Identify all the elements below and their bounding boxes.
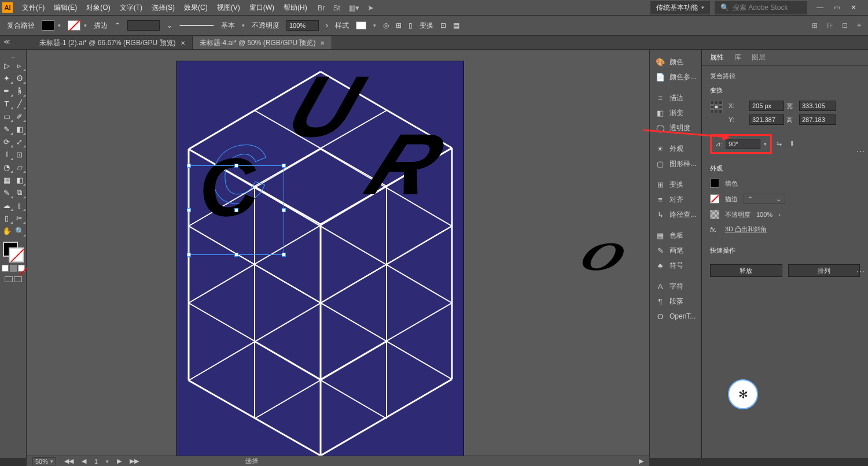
tab-properties[interactable]: 属性 [710, 53, 724, 62]
mesh-tool[interactable]: ▦ [1, 173, 13, 186]
panel-字符[interactable]: A字符 [650, 279, 701, 294]
graph-tool[interactable]: ⫿ [13, 199, 26, 212]
canvas[interactable]: U R C C O [27, 50, 649, 458]
eraser-tool[interactable]: ◧ [13, 123, 26, 135]
stroke-weight-dd[interactable]: ⌃⌄ [744, 194, 785, 204]
rotation-input[interactable] [726, 139, 760, 149]
panel-图形样...[interactable]: ▢图形样... [650, 156, 701, 171]
panel-符号[interactable]: ♣符号 [650, 258, 701, 273]
lasso-tool[interactable]: ʘ [13, 72, 26, 84]
x-input[interactable] [749, 101, 784, 111]
rotate-tool[interactable]: ⟳ [1, 135, 13, 148]
wand-tool[interactable]: ✦ [1, 72, 13, 84]
recolor-icon[interactable]: ◎ [383, 21, 389, 29]
zoom-tool[interactable]: 🔍 [13, 224, 26, 237]
doc-grip-icon[interactable]: ≪ [3, 38, 10, 46]
zoom-level[interactable]: 50%▾ [32, 457, 56, 465]
workspace-switcher[interactable]: 传统基本功能▾ [650, 1, 710, 14]
color-mode-toggles[interactable] [2, 265, 25, 272]
reference-point[interactable] [710, 101, 723, 113]
flip-v-icon[interactable]: ⥮ [789, 140, 797, 148]
selection-tool[interactable]: ▷ [1, 59, 13, 72]
fx-value[interactable]: 3D 凸出和斜角 [725, 225, 767, 234]
search-input[interactable]: 🔍搜索 Adobe Stock [715, 1, 807, 14]
more-options-icon[interactable]: ⋯ [856, 267, 865, 276]
shapebuilder-tool[interactable]: ◔ [1, 161, 13, 173]
menu-edit[interactable]: 编辑(E) [49, 0, 82, 15]
shaper-tool[interactable]: ✎ [1, 123, 13, 135]
arrange-button[interactable]: 排列 [788, 264, 860, 277]
tab-libraries[interactable]: 库 [734, 53, 741, 62]
opacity-input[interactable] [286, 20, 319, 31]
curvature-tool[interactable]: Ⳃ [13, 84, 26, 97]
fill-stroke-swatches[interactable] [3, 242, 24, 262]
toolbox-grip-icon[interactable]: ·· [11, 53, 15, 59]
stock-icon[interactable]: St [333, 3, 340, 12]
fill-swatch[interactable] [42, 20, 54, 31]
tab-layers[interactable]: 图层 [752, 53, 766, 62]
stroke-swatch[interactable] [68, 20, 80, 31]
isolate-icon[interactable]: ⊡ [440, 21, 446, 29]
panel-透明度[interactable]: ◯透明度 [650, 120, 701, 135]
panel-色板[interactable]: ▦色板 [650, 228, 701, 243]
menu-view[interactable]: 视图(V) [212, 0, 245, 15]
stroke-weight-input[interactable] [127, 20, 160, 31]
w-input[interactable] [799, 101, 836, 111]
pref-icon[interactable]: ⊡ [842, 21, 848, 29]
artboard-number[interactable]: 1 [94, 458, 98, 465]
pen-tool[interactable]: ✒ [1, 84, 13, 97]
artboard-nav-last[interactable]: ▶▶ [130, 457, 139, 465]
more-options-icon[interactable]: ⋯ [856, 147, 865, 156]
blend-tool[interactable]: ⧉ [13, 186, 26, 199]
panel-颜色参...[interactable]: 📄颜色参... [650, 69, 701, 84]
direct-select-tool[interactable]: ▹ [13, 59, 26, 72]
panel-颜色[interactable]: 🎨颜色 [650, 54, 701, 69]
h-input[interactable] [799, 114, 836, 125]
menu-help[interactable]: 帮助(H) [279, 0, 312, 15]
menu-type[interactable]: 文字(T) [115, 0, 147, 15]
window-close[interactable]: ✕ [851, 3, 856, 12]
selection-bounding-box[interactable] [189, 165, 284, 255]
opacity-value[interactable]: 100% [756, 211, 773, 218]
panel-menu-icon[interactable]: ≡ [857, 21, 861, 29]
flip-h-icon[interactable]: ⇋ [777, 140, 785, 148]
type-tool[interactable]: T [1, 97, 13, 110]
scale-tool[interactable]: ⤢ [13, 135, 26, 148]
artboard-nav-prev[interactable]: ◀◀ [64, 457, 73, 465]
menu-select[interactable]: 选择(S) [147, 0, 179, 15]
hand-tool[interactable]: ✋ [1, 224, 13, 237]
window-minimize[interactable]: — [816, 3, 823, 12]
panel-OpenT...[interactable]: OOpenT... [650, 309, 701, 324]
panel-描边[interactable]: ≡描边 [650, 90, 701, 105]
panel-路径查...[interactable]: ↳路径查... [650, 207, 701, 222]
shape-icon[interactable]: ▯ [409, 21, 413, 29]
symbol-tool[interactable]: ☁ [1, 199, 13, 212]
panel-画笔[interactable]: ✎画笔 [650, 243, 701, 258]
bridge-icon[interactable]: Br [318, 3, 325, 12]
eyedropper-tool[interactable]: ✎ [1, 186, 13, 199]
free-transform-tool[interactable]: ⊡ [13, 148, 26, 161]
opacity-swatch[interactable] [710, 210, 719, 219]
width-tool[interactable]: ⫴ [1, 148, 13, 161]
close-icon[interactable]: ✕ [181, 40, 185, 46]
align-icon[interactable]: ⊞ [396, 21, 402, 29]
brush-tool[interactable]: ✐ [13, 110, 26, 123]
window-restore[interactable]: ▭ [834, 3, 840, 12]
slice-tool[interactable]: ✂ [13, 212, 26, 224]
panel-对齐[interactable]: ≡对齐 [650, 192, 701, 207]
menu-window[interactable]: 窗口(W) [245, 0, 279, 15]
chevron-down-icon[interactable]: ▾ [764, 141, 767, 147]
tab-doc-2[interactable]: 未标题-4.ai* @ 50% (RGB/GPU 预览)✕ [193, 36, 333, 49]
panel-段落[interactable]: ¶段落 [650, 294, 701, 309]
panel-外观[interactable]: ☀外观 [650, 141, 701, 156]
stroke-swatch[interactable] [710, 194, 719, 204]
grid-icon[interactable]: ⊞ [812, 21, 818, 29]
perspective-tool[interactable]: ▱ [13, 161, 26, 173]
gradient-tool[interactable]: ◧ [13, 173, 26, 186]
panel-变换[interactable]: ⊞变换 [650, 177, 701, 192]
transform-link[interactable]: 变换 [420, 21, 433, 31]
panel-渐变[interactable]: ◧渐变 [650, 105, 701, 120]
artboard-nav-fwd[interactable]: ▶ [117, 457, 122, 465]
screen-mode[interactable] [5, 276, 22, 282]
snap-icon[interactable]: ⊪ [827, 21, 833, 29]
